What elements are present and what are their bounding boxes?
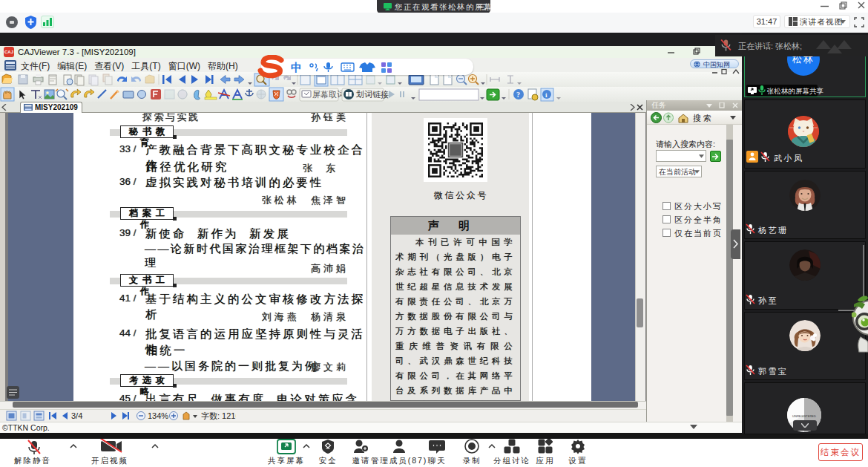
svg-text:屏幕取词: 屏幕取词 <box>312 90 345 99</box>
svg-text:邀请: 邀请 <box>352 456 371 465</box>
svg-text:共享屏幕: 共享屏幕 <box>268 456 305 465</box>
svg-text:134%: 134% <box>148 411 168 420</box>
svg-text:开启视频: 开启视频 <box>91 456 128 465</box>
svg-text:录制: 录制 <box>463 456 481 465</box>
svg-text:聊天: 聊天 <box>428 456 447 465</box>
svg-text:中: 中 <box>291 62 302 73</box>
svg-text:3/4: 3/4 <box>71 411 82 420</box>
svg-text:安全: 安全 <box>319 456 338 465</box>
svg-text:字数: 1216: 字数: 1216 <box>201 411 236 420</box>
svg-text:设置: 设置 <box>568 456 588 465</box>
svg-text:划词链接: 划词链接 <box>355 90 389 99</box>
svg-text:管理成员(87): 管理成员(87) <box>371 456 428 465</box>
svg-text:分组讨论: 分组讨论 <box>493 456 530 465</box>
svg-text:?: ? <box>516 91 520 99</box>
svg-text:解除静音: 解除静音 <box>14 456 51 465</box>
svg-text:应用: 应用 <box>536 456 555 465</box>
svg-text:UNREGISTERED: UNREGISTERED <box>792 414 816 418</box>
